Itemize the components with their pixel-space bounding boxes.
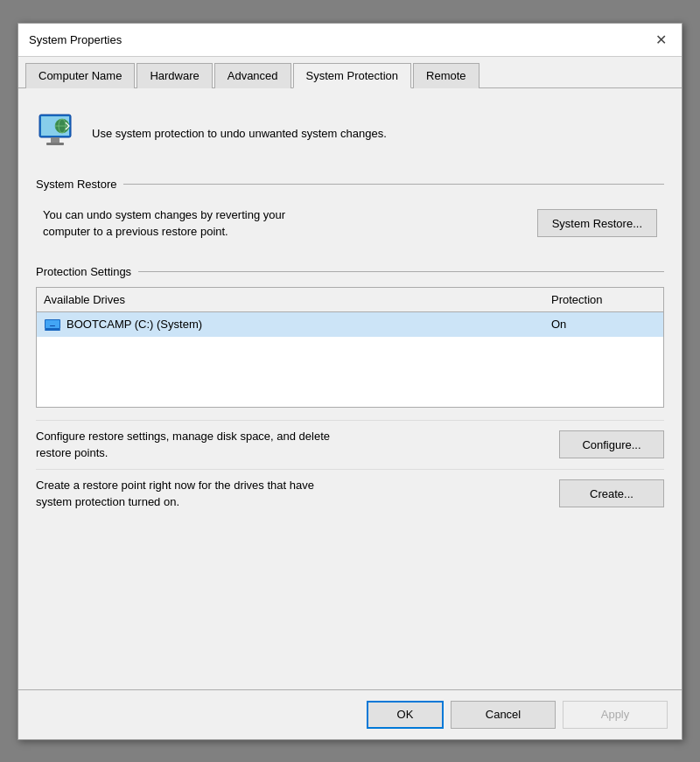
ok-button[interactable]: OK — [367, 701, 444, 729]
system-restore-header: System Restore — [36, 178, 664, 191]
system-restore-divider — [123, 184, 664, 185]
svg-rect-9 — [46, 320, 60, 328]
drives-empty-area — [37, 337, 663, 407]
system-properties-dialog: System Properties ✕ Computer Name Hardwa… — [18, 23, 682, 740]
protection-settings-section: Protection Settings Available Drives Pro… — [36, 258, 664, 518]
protection-settings-header: Protection Settings — [36, 265, 664, 278]
info-description: Use system protection to undo unwanted s… — [92, 127, 387, 140]
tabs-bar: Computer Name Hardware Advanced System P… — [18, 57, 682, 88]
system-restore-body: You can undo system changes by reverting… — [36, 199, 664, 258]
drive-icon — [44, 318, 61, 332]
tab-computer-name[interactable]: Computer Name — [25, 63, 135, 88]
svg-rect-10 — [45, 329, 60, 331]
configure-description: Configure restore settings, manage disk … — [36, 428, 333, 462]
drives-table: Available Drives Protection BOOTCAMP (C:… — [36, 287, 664, 408]
col-protection: Protection — [551, 293, 656, 306]
create-button[interactable]: Create... — [559, 479, 664, 507]
configure-button[interactable]: Configure... — [559, 430, 664, 458]
tab-hardware[interactable]: Hardware — [136, 63, 212, 88]
protection-settings-title: Protection Settings — [36, 265, 131, 278]
protection-settings-divider — [138, 271, 664, 272]
tab-system-protection[interactable]: System Protection — [293, 63, 412, 88]
drive-protection-cell: On — [551, 318, 656, 331]
drives-table-header: Available Drives Protection — [37, 288, 663, 312]
footer: OK Cancel Apply — [18, 689, 682, 739]
dialog-title: System Properties — [29, 33, 122, 46]
tab-advanced[interactable]: Advanced — [214, 63, 291, 88]
table-row[interactable]: BOOTCAMP (C:) (System) On — [37, 312, 663, 337]
col-available-drives: Available Drives — [44, 293, 551, 306]
content-area: Use system protection to undo unwanted s… — [18, 88, 682, 689]
system-restore-description: You can undo system changes by reverting… — [43, 206, 288, 241]
create-description: Create a restore point right now for the… — [36, 477, 333, 511]
configure-row: Configure restore settings, manage disk … — [36, 420, 664, 469]
svg-rect-11 — [50, 325, 55, 326]
info-section: Use system protection to undo unwanted s… — [36, 102, 664, 171]
title-bar: System Properties ✕ — [18, 24, 682, 57]
tab-remote[interactable]: Remote — [413, 63, 480, 88]
create-row: Create a restore point right now for the… — [36, 469, 664, 518]
system-restore-button[interactable]: System Restore... — [537, 209, 657, 237]
apply-button[interactable]: Apply — [563, 701, 668, 729]
close-button[interactable]: ✕ — [650, 29, 671, 50]
svg-rect-3 — [46, 143, 64, 145]
drive-name-cell: BOOTCAMP (C:) (System) — [44, 318, 551, 332]
cancel-button[interactable]: Cancel — [451, 701, 556, 729]
svg-rect-2 — [51, 137, 60, 143]
system-protection-icon — [36, 111, 81, 157]
system-restore-title: System Restore — [36, 178, 116, 191]
